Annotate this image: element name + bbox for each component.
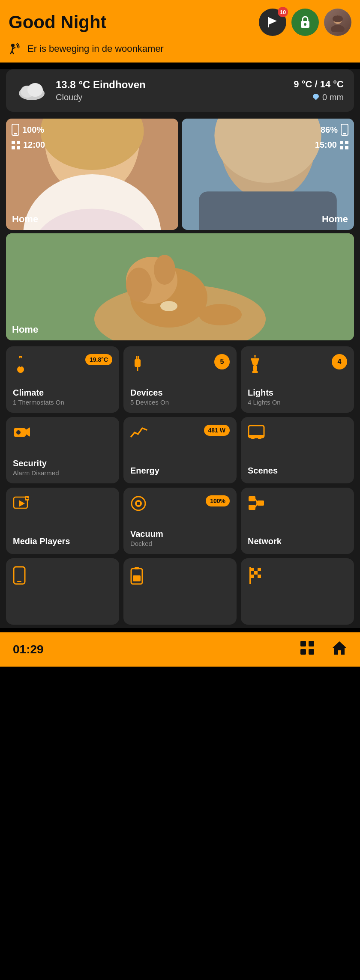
- svg-rect-36: [340, 146, 343, 149]
- tile-flag[interactable]: [241, 558, 354, 625]
- tile-vacuum-header: 100%: [130, 495, 230, 512]
- tile-network-header: [248, 495, 347, 511]
- camera-overlay-1: 100% 12:00 Home: [6, 119, 178, 230]
- grid-view-button[interactable]: [300, 640, 315, 658]
- svg-rect-79: [249, 567, 251, 584]
- lock-button[interactable]: [291, 9, 319, 36]
- tile-network-bottom: Network: [248, 533, 347, 547]
- lights-label: Lights: [248, 388, 347, 398]
- tile-scenes-header: [248, 425, 347, 440]
- svg-rect-81: [254, 568, 258, 571]
- tile-network[interactable]: Network: [241, 488, 354, 554]
- weather-condition: Cloudy: [56, 92, 146, 102]
- energy-badge: 481 W: [204, 425, 230, 436]
- svg-rect-37: [345, 146, 348, 149]
- camera-card-2[interactable]: 86% 15:00 Home: [182, 119, 354, 230]
- weather-description: 13.8 °C Eindhoven Cloudy: [56, 79, 146, 102]
- svg-marker-0: [268, 17, 277, 25]
- svg-point-68: [137, 502, 140, 505]
- phone-tile-icon: [13, 566, 26, 585]
- avatar-image: [324, 9, 351, 36]
- thermometer-icon: [13, 354, 28, 375]
- network-icon: [248, 495, 265, 511]
- cam-battery-1: 100%: [11, 124, 44, 136]
- svg-rect-61: [258, 437, 261, 439]
- header: Good Night 10: [0, 0, 360, 63]
- svg-rect-91: [300, 649, 306, 655]
- tile-media[interactable]: Media Players: [6, 488, 119, 554]
- devices-badge: 5: [214, 354, 230, 369]
- vacuum-icon: [130, 495, 147, 512]
- svg-rect-23: [14, 133, 17, 134]
- header-top: Good Night 10: [9, 9, 351, 36]
- header-icons: 10: [259, 9, 351, 36]
- tile-climate-bottom: Climate 1 Thermostats On: [13, 384, 112, 406]
- scenes-icon: [248, 425, 265, 440]
- svg-marker-63: [19, 500, 25, 507]
- lamp-icon: [248, 354, 262, 375]
- scenes-label: Scenes: [248, 466, 347, 476]
- home-nav-icon: [332, 640, 347, 655]
- svg-rect-80: [251, 568, 254, 571]
- cam-time-1: 12:00: [11, 140, 45, 150]
- motion-text: Er is beweging in de woonkamer: [27, 43, 164, 54]
- tile-climate-header: 19.8°C: [13, 354, 112, 375]
- svg-rect-85: [258, 571, 261, 575]
- camera-card-1[interactable]: 100% 12:00 Home: [6, 119, 178, 230]
- grid-icon-1: [11, 140, 21, 150]
- weather-rain: 0 mm: [294, 92, 344, 102]
- flag-icon: [266, 16, 279, 29]
- lights-sublabel: 4 Lights On: [248, 399, 347, 406]
- lock-icon: [299, 15, 311, 30]
- cam-label-2: Home: [322, 214, 348, 225]
- svg-rect-33: [343, 133, 346, 134]
- tile-flag-header: [248, 566, 347, 585]
- tile-scenes[interactable]: Scenes: [241, 417, 354, 483]
- tile-security-bottom: Security Alarm Disarmed: [13, 455, 112, 477]
- tile-lights[interactable]: 4 Lights 4 Lights On: [241, 346, 354, 413]
- svg-rect-59: [249, 435, 264, 438]
- svg-rect-48: [19, 357, 22, 367]
- climate-label: Climate: [13, 388, 112, 398]
- svg-point-15: [27, 83, 43, 97]
- svg-rect-25: [17, 141, 20, 144]
- tile-phone[interactable]: [6, 558, 119, 625]
- lights-badge: 4: [332, 354, 347, 369]
- tile-lights-header: 4: [248, 354, 347, 375]
- weather-minmax: 9 °C / 14 °C: [294, 79, 344, 90]
- tile-devices-bottom: Devices 5 Devices On: [130, 384, 230, 406]
- home-button[interactable]: [332, 640, 347, 659]
- svg-rect-83: [251, 571, 254, 575]
- tile-battery-bottom: [130, 614, 230, 618]
- phone-icon-1: [11, 124, 20, 136]
- svg-rect-69: [249, 496, 255, 501]
- notification-badge: 10: [278, 7, 288, 17]
- plug-icon: [130, 354, 145, 373]
- weather-left: 13.8 °C Eindhoven Cloudy: [16, 79, 146, 102]
- tile-vacuum[interactable]: 100% Vacuum Docked: [123, 488, 237, 554]
- bottom-icons: [300, 640, 347, 659]
- user-avatar[interactable]: [324, 9, 351, 36]
- svg-point-3: [304, 23, 306, 26]
- security-label: Security: [13, 459, 112, 468]
- notifications-button[interactable]: 10: [259, 9, 286, 36]
- tile-devices[interactable]: 5 Devices 5 Devices On: [123, 346, 237, 413]
- status-time: 01:29: [13, 643, 44, 656]
- tile-climate[interactable]: 19.8°C Climate 1 Thermostats On: [6, 346, 119, 413]
- tile-battery-header: [130, 566, 230, 585]
- tile-energy[interactable]: 481 W Energy: [123, 417, 237, 483]
- motion-icon: [9, 42, 22, 56]
- tiles-grid: 19.8°C Climate 1 Thermostats On 5 Device…: [6, 346, 354, 625]
- camera-card-3[interactable]: Home: [6, 233, 354, 340]
- svg-rect-77: [135, 567, 139, 569]
- svg-point-57: [16, 430, 21, 435]
- energy-label: Energy: [130, 466, 230, 476]
- grid-icon-2: [339, 140, 349, 150]
- tile-energy-bottom: Energy: [130, 462, 230, 477]
- tile-battery[interactable]: [123, 558, 237, 625]
- tile-security[interactable]: Security Alarm Disarmed: [6, 417, 119, 483]
- svg-point-8: [11, 44, 15, 47]
- phone-icon-2: [340, 124, 349, 136]
- tile-media-header: [13, 495, 112, 512]
- svg-rect-35: [345, 141, 348, 144]
